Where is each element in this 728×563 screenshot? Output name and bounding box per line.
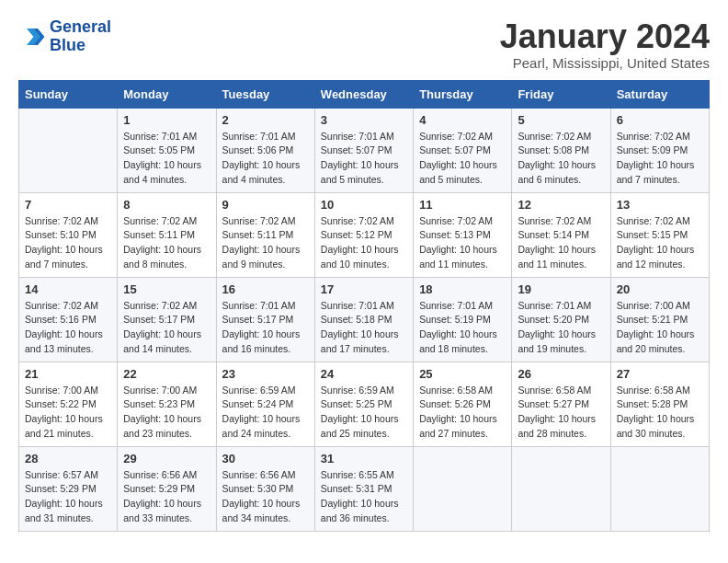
day-number: 18 xyxy=(419,282,506,296)
day-info: Sunrise: 7:02 AMSunset: 5:07 PMDaylight:… xyxy=(419,130,506,188)
calendar-cell: 26Sunrise: 6:58 AMSunset: 5:27 PMDayligh… xyxy=(512,362,610,446)
day-number: 8 xyxy=(123,198,210,212)
calendar-header-wednesday: Wednesday xyxy=(314,80,413,108)
day-number: 5 xyxy=(518,113,604,127)
calendar-week-row: 1Sunrise: 7:01 AMSunset: 5:05 PMDaylight… xyxy=(19,108,710,192)
day-info: Sunrise: 6:59 AMSunset: 5:24 PMDaylight:… xyxy=(222,384,309,442)
day-info: Sunrise: 7:01 AMSunset: 5:06 PMDaylight:… xyxy=(222,130,309,188)
calendar-cell: 12Sunrise: 7:02 AMSunset: 5:14 PMDayligh… xyxy=(512,192,610,277)
calendar-cell: 23Sunrise: 6:59 AMSunset: 5:24 PMDayligh… xyxy=(216,362,314,446)
day-number: 2 xyxy=(222,113,309,127)
calendar-cell: 2Sunrise: 7:01 AMSunset: 5:06 PMDaylight… xyxy=(216,108,314,192)
day-info: Sunrise: 6:59 AMSunset: 5:25 PMDaylight:… xyxy=(321,384,407,442)
calendar-cell: 28Sunrise: 6:57 AMSunset: 5:29 PMDayligh… xyxy=(19,446,118,531)
day-info: Sunrise: 7:01 AMSunset: 5:05 PMDaylight:… xyxy=(123,130,210,188)
day-number: 11 xyxy=(419,198,506,212)
calendar-cell: 31Sunrise: 6:55 AMSunset: 5:31 PMDayligh… xyxy=(314,446,413,531)
calendar-cell: 16Sunrise: 7:01 AMSunset: 5:17 PMDayligh… xyxy=(216,277,314,362)
day-number: 9 xyxy=(222,198,309,212)
day-info: Sunrise: 6:56 AMSunset: 5:29 PMDaylight:… xyxy=(123,468,210,526)
day-info: Sunrise: 7:02 AMSunset: 5:17 PMDaylight:… xyxy=(123,299,210,357)
day-number: 20 xyxy=(617,282,703,296)
day-number: 30 xyxy=(222,452,309,465)
day-number: 25 xyxy=(419,367,506,381)
day-number: 26 xyxy=(518,367,604,381)
day-number: 27 xyxy=(617,367,703,381)
day-info: Sunrise: 7:02 AMSunset: 5:11 PMDaylight:… xyxy=(123,214,210,272)
day-info: Sunrise: 7:00 AMSunset: 5:23 PMDaylight:… xyxy=(123,384,210,442)
calendar-cell: 22Sunrise: 7:00 AMSunset: 5:23 PMDayligh… xyxy=(118,362,216,446)
calendar-cell: 30Sunrise: 6:56 AMSunset: 5:30 PMDayligh… xyxy=(216,446,314,531)
calendar-cell: 5Sunrise: 7:02 AMSunset: 5:08 PMDaylight… xyxy=(512,108,610,192)
day-info: Sunrise: 7:01 AMSunset: 5:17 PMDaylight:… xyxy=(222,299,309,357)
calendar-header-sunday: Sunday xyxy=(19,80,118,108)
calendar-header-saturday: Saturday xyxy=(610,80,709,108)
calendar-cell xyxy=(19,108,118,192)
day-number: 19 xyxy=(518,282,604,296)
calendar-cell xyxy=(512,446,610,531)
calendar-cell: 27Sunrise: 6:58 AMSunset: 5:28 PMDayligh… xyxy=(610,362,709,446)
day-info: Sunrise: 7:01 AMSunset: 5:18 PMDaylight:… xyxy=(321,299,407,357)
day-info: Sunrise: 7:02 AMSunset: 5:11 PMDaylight:… xyxy=(222,214,309,272)
day-info: Sunrise: 7:02 AMSunset: 5:12 PMDaylight:… xyxy=(321,214,407,272)
calendar-cell: 18Sunrise: 7:01 AMSunset: 5:19 PMDayligh… xyxy=(414,277,512,362)
day-info: Sunrise: 7:02 AMSunset: 5:09 PMDaylight:… xyxy=(617,130,703,188)
calendar-cell: 1Sunrise: 7:01 AMSunset: 5:05 PMDaylight… xyxy=(118,108,216,192)
calendar-cell: 7Sunrise: 7:02 AMSunset: 5:10 PMDaylight… xyxy=(19,192,118,277)
day-number: 10 xyxy=(321,198,407,212)
day-info: Sunrise: 7:01 AMSunset: 5:19 PMDaylight:… xyxy=(419,299,506,357)
day-number: 16 xyxy=(222,282,309,296)
calendar-cell xyxy=(414,446,512,531)
calendar-cell: 14Sunrise: 7:02 AMSunset: 5:16 PMDayligh… xyxy=(19,277,118,362)
calendar-cell: 20Sunrise: 7:00 AMSunset: 5:21 PMDayligh… xyxy=(610,277,709,362)
day-info: Sunrise: 6:58 AMSunset: 5:26 PMDaylight:… xyxy=(419,384,506,442)
day-info: Sunrise: 7:02 AMSunset: 5:08 PMDaylight:… xyxy=(518,130,604,188)
day-info: Sunrise: 6:58 AMSunset: 5:28 PMDaylight:… xyxy=(617,384,703,442)
logo: General Blue xyxy=(18,18,111,55)
day-number: 23 xyxy=(222,367,309,381)
location: Pearl, Mississippi, United States xyxy=(500,55,710,71)
day-info: Sunrise: 7:00 AMSunset: 5:22 PMDaylight:… xyxy=(25,384,111,442)
day-number: 28 xyxy=(25,452,111,465)
calendar-cell: 21Sunrise: 7:00 AMSunset: 5:22 PMDayligh… xyxy=(19,362,118,446)
day-number: 12 xyxy=(518,198,604,212)
day-info: Sunrise: 7:00 AMSunset: 5:21 PMDaylight:… xyxy=(617,299,703,357)
day-info: Sunrise: 7:01 AMSunset: 5:07 PMDaylight:… xyxy=(321,130,407,188)
day-number: 3 xyxy=(321,113,407,127)
calendar-cell: 13Sunrise: 7:02 AMSunset: 5:15 PMDayligh… xyxy=(610,192,709,277)
logo-icon xyxy=(18,23,46,51)
day-info: Sunrise: 7:02 AMSunset: 5:16 PMDaylight:… xyxy=(25,299,111,357)
calendar-cell: 24Sunrise: 6:59 AMSunset: 5:25 PMDayligh… xyxy=(314,362,413,446)
calendar-cell: 29Sunrise: 6:56 AMSunset: 5:29 PMDayligh… xyxy=(118,446,216,531)
calendar-cell: 17Sunrise: 7:01 AMSunset: 5:18 PMDayligh… xyxy=(314,277,413,362)
day-number: 4 xyxy=(419,113,506,127)
calendar-week-row: 21Sunrise: 7:00 AMSunset: 5:22 PMDayligh… xyxy=(19,362,710,446)
day-number: 22 xyxy=(123,367,210,381)
day-number: 14 xyxy=(25,282,111,296)
day-info: Sunrise: 7:02 AMSunset: 5:15 PMDaylight:… xyxy=(617,214,703,272)
day-info: Sunrise: 7:02 AMSunset: 5:10 PMDaylight:… xyxy=(25,214,111,272)
calendar-week-row: 14Sunrise: 7:02 AMSunset: 5:16 PMDayligh… xyxy=(19,277,710,362)
calendar-header-monday: Monday xyxy=(118,80,216,108)
calendar-cell: 19Sunrise: 7:01 AMSunset: 5:20 PMDayligh… xyxy=(512,277,610,362)
day-info: Sunrise: 7:02 AMSunset: 5:13 PMDaylight:… xyxy=(419,214,506,272)
logo-text: General Blue xyxy=(50,18,111,55)
day-number: 24 xyxy=(321,367,407,381)
calendar-cell: 15Sunrise: 7:02 AMSunset: 5:17 PMDayligh… xyxy=(118,277,216,362)
calendar-header-tuesday: Tuesday xyxy=(216,80,314,108)
calendar-cell: 11Sunrise: 7:02 AMSunset: 5:13 PMDayligh… xyxy=(414,192,512,277)
calendar-cell: 3Sunrise: 7:01 AMSunset: 5:07 PMDaylight… xyxy=(314,108,413,192)
day-number: 29 xyxy=(123,452,210,465)
day-number: 7 xyxy=(25,198,111,212)
calendar-week-row: 28Sunrise: 6:57 AMSunset: 5:29 PMDayligh… xyxy=(19,446,710,531)
day-number: 13 xyxy=(617,198,703,212)
calendar-header-row: SundayMondayTuesdayWednesdayThursdayFrid… xyxy=(19,80,710,108)
calendar-cell xyxy=(610,446,709,531)
calendar-table: SundayMondayTuesdayWednesdayThursdayFrid… xyxy=(18,80,710,532)
day-number: 31 xyxy=(321,452,407,465)
calendar-cell: 9Sunrise: 7:02 AMSunset: 5:11 PMDaylight… xyxy=(216,192,314,277)
page-header: General Blue January 2024 Pearl, Mississ… xyxy=(18,18,710,71)
calendar-cell: 10Sunrise: 7:02 AMSunset: 5:12 PMDayligh… xyxy=(314,192,413,277)
day-number: 21 xyxy=(25,367,111,381)
title-section: January 2024 Pearl, Mississippi, United … xyxy=(500,18,710,71)
